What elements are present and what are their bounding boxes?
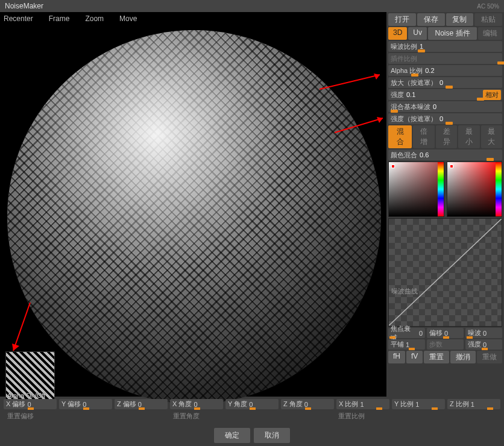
flip-v-button[interactable]: fV (406, 351, 423, 363)
svg-line-4 (13, 303, 30, 351)
blend-mode-min[interactable]: 最小 (458, 125, 479, 148)
blend-mode-mult[interactable]: 倍增 (413, 125, 434, 148)
transform-slider[interactable]: Z 比例 1 (447, 399, 500, 409)
plugin-scale-slider: 插件比例 (388, 53, 502, 64)
blend-mode-diff[interactable]: 差异 (436, 125, 457, 148)
reset-angle-button[interactable]: 重置角度 (169, 412, 335, 421)
noise-plugin-button[interactable]: Noise 插件 (428, 27, 477, 40)
color-picker-a[interactable] (388, 162, 444, 217)
copy-button[interactable]: 复制 (446, 13, 474, 26)
svg-marker-3 (377, 117, 383, 123)
transform-slider[interactable]: Z 偏移 0 (115, 399, 168, 409)
transform-controls: X 偏移 0Y 偏移 0Z 偏移 0X 角度 0Y 角度 0Z 角度 0X 比例… (0, 397, 504, 423)
paste-button[interactable]: 粘贴 (474, 13, 502, 26)
blend-mode-max[interactable]: 最大 (481, 125, 502, 148)
menu-frame[interactable]: Frame (45, 13, 82, 24)
transform-slider[interactable]: Y 偏移 0 (59, 399, 112, 409)
mix-base-noise-slider[interactable]: 混合基本噪波 0 (388, 101, 502, 112)
alpha-thumb-label: Alpha On/Off (7, 392, 45, 399)
transform-slider[interactable]: X 比例 1 (336, 399, 389, 409)
curve-line-icon (389, 219, 502, 325)
settings-panel: 打开 保存 复制 粘贴 3D Uv Noise 插件 编辑 噪波比例 1 插件比… (386, 12, 504, 397)
color-indicator-icon (450, 165, 453, 168)
reset-scale-button[interactable]: 重置比例 (335, 412, 500, 421)
menu-zoom[interactable]: Zoom (81, 13, 116, 24)
cancel-button[interactable]: 取消 (254, 428, 290, 443)
reset-button[interactable]: 重置 (424, 351, 449, 363)
color-indicator-icon (391, 165, 395, 168)
zoom-mask-slider[interactable]: 放大（按遮罩） 0 (388, 77, 502, 88)
noise-amount-slider[interactable]: 噪波0 (465, 328, 502, 338)
hue-strip[interactable] (496, 162, 502, 216)
focal-falloff-slider[interactable]: 焦点衰减0 (388, 328, 425, 338)
preview-sphere (7, 30, 381, 404)
ok-button[interactable]: 确定 (214, 428, 250, 443)
window-title: NoiseMaker (5, 2, 43, 10)
blend-mode-blend[interactable]: 混合 (388, 125, 412, 148)
hue-strip[interactable] (438, 162, 444, 216)
dialog-buttons: 确定 取消 (0, 423, 504, 446)
status-text: AC 50% (477, 3, 499, 10)
transform-slider[interactable]: X 角度 0 (170, 399, 223, 409)
viewport-column: Recenter Frame Zoom Move Alpha On/Off (0, 12, 386, 397)
flip-h-button[interactable]: fH (388, 351, 405, 363)
title-bar: NoiseMaker AC 50% (0, 0, 504, 12)
relative-toggle[interactable]: 相对 (483, 90, 501, 100)
menu-recenter[interactable]: Recenter (0, 13, 45, 24)
transform-slider[interactable]: Z 角度 0 (281, 399, 334, 409)
svg-marker-1 (374, 74, 380, 80)
viewport-menu: Recenter Frame Zoom Move (0, 12, 386, 25)
steps-slider: 步数 (427, 339, 464, 350)
reset-offset-button[interactable]: 重置偏移 (4, 412, 169, 421)
alpha-thumbnail[interactable]: Alpha On/Off (5, 351, 55, 401)
undo-button[interactable]: 撤消 (450, 351, 476, 363)
mode-3d-button[interactable]: 3D (388, 27, 407, 40)
noise-scale-slider[interactable]: 噪波比例 1 (388, 41, 502, 52)
svg-marker-5 (12, 344, 19, 351)
offset-slider[interactable]: 偏移0 (427, 328, 464, 338)
edit-button[interactable]: 编辑 (478, 27, 502, 40)
tile-slider[interactable]: 平铺1 (388, 339, 425, 350)
save-button[interactable]: 保存 (417, 13, 445, 26)
transform-slider[interactable]: X 偏移 0 (4, 399, 57, 409)
transform-slider[interactable]: Y 比例 1 (392, 399, 445, 409)
curve-label: 噪波曲线 (391, 287, 418, 296)
noise-curve-editor[interactable]: 噪波曲线 (388, 218, 502, 327)
mode-uv-button[interactable]: Uv (408, 27, 427, 40)
strength-slider[interactable]: 强度 0.1 相对 (388, 89, 502, 100)
strength2-slider[interactable]: 强度0 (465, 339, 502, 350)
arrow-annotation-icon (6, 303, 36, 357)
color-picker-b[interactable] (447, 162, 503, 217)
color-mix-slider[interactable]: 颜色混合 0.6 (388, 149, 502, 160)
menu-move[interactable]: Move (116, 13, 149, 24)
open-button[interactable]: 打开 (388, 13, 416, 26)
preview-area[interactable]: Alpha On/Off (0, 25, 386, 394)
strength-mask-slider[interactable]: 强度（按遮罩） 0 (388, 113, 502, 124)
transform-slider[interactable]: Y 角度 0 (225, 399, 279, 409)
redo-button[interactable]: 重做 (477, 351, 502, 363)
alpha-scale-slider[interactable]: Alpha 比例 0.2 (388, 65, 502, 76)
